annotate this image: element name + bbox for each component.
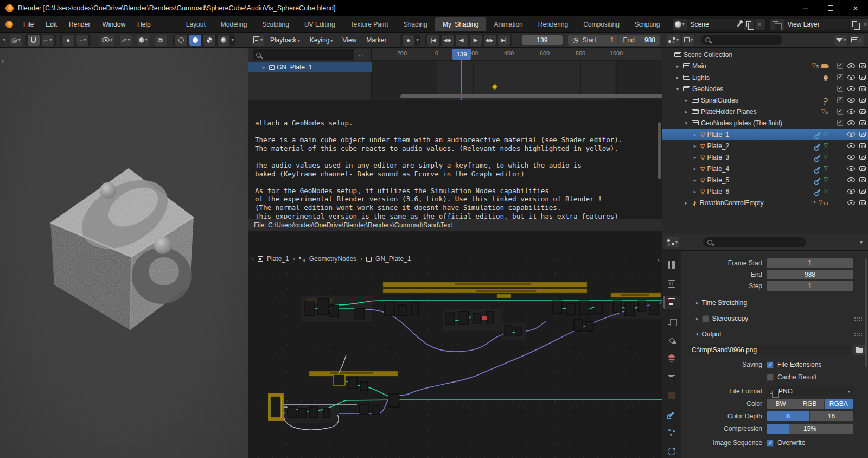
color-mode-option[interactable]: RGBA (825, 399, 853, 409)
menu-item[interactable]: Help (131, 16, 157, 33)
hide-eye-toggle[interactable] (847, 166, 855, 171)
disable-render-toggle[interactable] (859, 86, 866, 91)
scene-name[interactable]: Scene (687, 18, 744, 30)
view-layer-copy-button[interactable] (850, 18, 860, 30)
workspace-tab[interactable]: Modeling (213, 17, 255, 31)
text-scrollbar[interactable] (658, 122, 661, 179)
hide-eye-toggle[interactable] (847, 200, 855, 205)
disable-render-toggle[interactable] (859, 132, 866, 137)
properties-tab[interactable] (663, 296, 680, 309)
play-button[interactable]: ▶ (470, 35, 482, 46)
item-label[interactable]: Plate_3 (707, 154, 729, 161)
breadcrumb-modifier[interactable]: GeometryNodes (309, 255, 356, 263)
disable-render-toggle[interactable] (859, 155, 866, 160)
disable-render-toggle[interactable] (859, 98, 866, 103)
close-button[interactable]: ✕ (843, 0, 868, 16)
disable-render-toggle[interactable] (859, 143, 866, 148)
end-frame-field[interactable]: End988 (623, 36, 655, 44)
disable-render-toggle[interactable] (859, 63, 866, 68)
menu-item[interactable]: Render (63, 16, 96, 33)
exclude-checkbox[interactable] (837, 109, 843, 114)
properties-tab[interactable] (663, 352, 680, 365)
item-label[interactable]: Plate_1 (707, 131, 729, 138)
disable-render-toggle[interactable] (859, 177, 866, 182)
stopwatch-icon[interactable]: ◷ (572, 36, 578, 44)
browse-output-folder-button[interactable] (853, 345, 865, 355)
properties-tab[interactable] (663, 389, 680, 402)
keying-set-chevron-icon[interactable]: ▾ (417, 37, 419, 42)
properties-tab[interactable] (663, 258, 680, 271)
hide-eye-toggle[interactable] (847, 177, 855, 182)
pin-icon[interactable] (737, 22, 742, 27)
exclude-checkbox[interactable] (837, 74, 843, 80)
menu-item[interactable]: Window (96, 16, 131, 33)
menu-view[interactable]: View (337, 36, 361, 44)
timeline-scrollbar[interactable] (400, 94, 662, 98)
outliner-row[interactable]: ▾ GeoNodes (662, 83, 868, 94)
shading-material-button[interactable] (203, 35, 215, 46)
view-layer-name[interactable]: View Layer (784, 18, 850, 30)
outliner-row[interactable]: ▸ RotationControlEmpty 13 (662, 197, 868, 208)
scene-copy-button[interactable] (744, 18, 755, 30)
timeline-ruler[interactable]: -20002004006008001000 (372, 48, 662, 61)
outliner-row[interactable]: ▸ Plate_6 (662, 186, 868, 197)
xray-toggle-button[interactable]: ⧉ (155, 35, 167, 46)
start-frame-field[interactable]: Start1 (583, 36, 614, 44)
auto-keying-record-button[interactable]: ● (403, 35, 414, 46)
hide-eye-toggle[interactable] (847, 155, 855, 160)
disable-render-toggle[interactable] (859, 189, 866, 194)
view-layer-remove-button[interactable]: ✕ (860, 18, 868, 30)
item-label[interactable]: Lights (692, 74, 710, 81)
node-canvas[interactable]: › Plate_1 › GeometryNodes › GN_Plate_1 ‹ (248, 249, 662, 458)
outliner-row[interactable]: Scene Collection (662, 49, 868, 60)
outliner-row[interactable]: ▸ Plate_3 (662, 151, 868, 163)
item-label[interactable]: RotationControlEmpty (700, 199, 763, 207)
workspace-tab[interactable]: Scripting (627, 17, 668, 31)
outliner-row[interactable]: ▸ PlateHolder Planes 6 (662, 106, 868, 117)
hide-eye-toggle[interactable] (847, 120, 855, 125)
output-panel[interactable]: ▾Output (681, 329, 868, 340)
expand-arrow[interactable]: ▸ (683, 109, 690, 114)
outliner-row[interactable]: ▸ Plate_4 (662, 163, 868, 174)
item-label[interactable]: PlateHolder Planes (701, 108, 757, 116)
prev-keyframe-button[interactable]: ◀◆ (442, 35, 454, 46)
expand-arrow[interactable]: ▸ (683, 200, 690, 206)
view-layer-browse-button[interactable]: ▾ (770, 18, 784, 30)
properties-context-button[interactable]: ▾ (666, 237, 679, 247)
breadcrumb-nodetree[interactable]: GN_Plate_1 (375, 255, 411, 263)
hide-eye-toggle[interactable] (847, 189, 855, 194)
disable-render-toggle[interactable] (859, 120, 866, 125)
channel-filter-button[interactable]: ↔ (354, 49, 368, 60)
properties-tab[interactable] (663, 277, 680, 290)
outliner[interactable]: Scene Collection ▸ Main (662, 48, 868, 234)
compression-slider[interactable]: 15% (767, 424, 853, 434)
file-extensions-checkbox[interactable] (767, 361, 774, 368)
snap-target-button[interactable]: ⌓▾ (42, 35, 54, 46)
shading-wireframe-button[interactable] (175, 35, 187, 46)
exclude-checkbox[interactable] (837, 63, 843, 69)
hide-eye-toggle[interactable] (847, 75, 855, 80)
outliner-filter-button[interactable]: ▾ (834, 35, 847, 46)
text-editor[interactable]: attach a GeoNodes setup.There is a main … (248, 100, 662, 232)
outliner-row[interactable]: ▸ SpiralGuides 7 (662, 94, 868, 106)
jump-to-start-button[interactable]: |◀ (427, 35, 439, 46)
shading-rendered-button[interactable] (218, 35, 229, 46)
properties-search-input[interactable] (703, 237, 806, 247)
workspace-tab[interactable]: Compositing (576, 17, 627, 31)
workspace-tab[interactable]: Layout (178, 17, 213, 31)
expand-arrow[interactable]: ▸ (674, 63, 681, 69)
frame-end-field[interactable]: 988 (767, 270, 853, 279)
item-label[interactable]: Plate_5 (707, 176, 729, 184)
outliner-row[interactable]: ▸ Plate_2 (662, 140, 868, 151)
workspace-tab[interactable]: Texture Paint (343, 17, 396, 31)
color-mode-option[interactable]: RGB (795, 399, 824, 409)
viewport-3d[interactable]: › (0, 48, 248, 458)
expand-arrow[interactable]: ▸ (692, 132, 698, 137)
frame-step-field[interactable]: 1 (767, 281, 853, 291)
panel-drag-dots-icon[interactable] (854, 317, 863, 321)
proportional-editing-button[interactable]: ● (62, 35, 74, 46)
current-frame-field[interactable]: 139 (522, 35, 563, 45)
workspace-tab[interactable]: Sculpting (255, 17, 297, 31)
exclude-checkbox[interactable] (837, 120, 843, 126)
disable-render-toggle[interactable] (859, 166, 866, 171)
